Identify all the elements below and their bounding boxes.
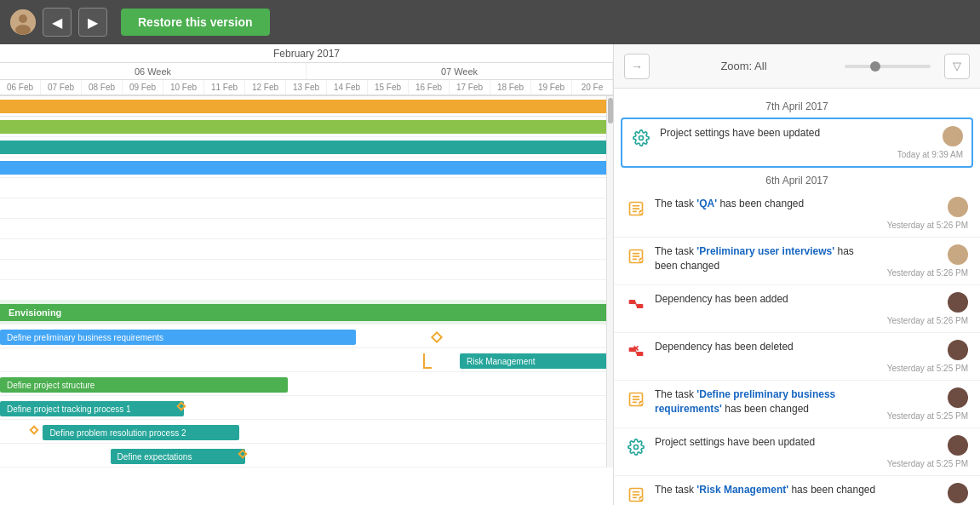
history-top-bar: → Zoom: All ▽: [614, 44, 980, 89]
gear-icon-1: [631, 128, 651, 148]
svg-line-21: [635, 350, 637, 354]
gantt-day-12: 17 Feb: [450, 80, 490, 95]
svg-point-1: [19, 14, 27, 23]
history-item-text-active: Project settings have been updated: [660, 126, 889, 141]
svg-point-5: [639, 136, 644, 141]
expectations-label: Define expectations: [117, 452, 192, 462]
project-struct-label: Define project structure: [7, 381, 95, 390]
gantt-scrollbar[interactable]: [606, 96, 613, 468]
history-avatar-8: [948, 483, 968, 503]
bar-yellow[interactable]: [0, 100, 613, 113]
gantt-row-empty-4: [0, 239, 613, 260]
history-time-7: Yesterday at 5:25 PM: [887, 459, 968, 468]
gantt-header: February 2017 06 Week 07 Week 06 Feb 07 …: [0, 44, 613, 96]
history-item-3[interactable]: Dependency has been added Yesterday at 5…: [614, 285, 980, 333]
problem-label: Define problem resolution process 2: [49, 428, 186, 438]
restore-button[interactable]: Restore this version: [121, 9, 270, 36]
svg-rect-16: [629, 300, 636, 304]
gantt-day-9: 14 Feb: [327, 80, 368, 95]
history-time-1: Today at 9:39 AM: [897, 150, 963, 159]
history-item-text-2: The task 'Preliminary user interviews' h…: [655, 244, 879, 273]
gantt-day-row: 06 Feb 07 Feb 08 Feb 09 Feb 10 Feb 11 Fe…: [0, 80, 613, 95]
next-button[interactable]: ▶: [78, 8, 107, 37]
gantt-row-green-light: [0, 117, 613, 137]
gantt-day-8: 13 Feb: [286, 80, 327, 95]
history-item-meta-5: Yesterday at 5:25 PM: [887, 387, 968, 421]
gantt-day-13: 18 Feb: [490, 80, 531, 95]
top-bar: ◀ ▶ Restore this version: [0, 0, 980, 44]
history-item-text-6: Project settings have been updated: [655, 435, 879, 450]
gantt-scrollbar-thumb[interactable]: [608, 98, 613, 123]
gantt-row-empty-2: [0, 198, 613, 219]
dep-icon-1: [626, 294, 646, 314]
gantt-row-risk: Risk Management: [0, 348, 613, 372]
history-item-2[interactable]: The task 'Preliminary user interviews' h…: [614, 238, 980, 285]
history-item-text-4: Dependency has been deleted: [655, 340, 879, 354]
svg-point-29: [634, 445, 639, 450]
connector-1: [431, 331, 443, 343]
history-avatar-2: [948, 197, 968, 217]
history-item-4[interactable]: Dependency has been deleted Yesterday at…: [614, 333, 980, 381]
history-item-active[interactable]: Project settings have been updated Today…: [621, 118, 973, 168]
history-item-5[interactable]: The task 'Define preliminary business re…: [614, 381, 980, 428]
date-section-6apr: 6th April 2017: [614, 169, 980, 190]
gantt-day-5: 10 Feb: [163, 80, 204, 95]
gantt-month-label: February 2017: [273, 48, 340, 60]
gantt-day-11: 16 Feb: [409, 80, 450, 95]
zoom-slider[interactable]: [845, 65, 931, 68]
history-item-6[interactable]: Project settings have been updated Yeste…: [614, 428, 980, 476]
history-avatar-6: [948, 387, 968, 408]
gantt-day-6: 11 Feb: [204, 80, 245, 95]
history-item-text-7: The task 'Risk Management' has been chan…: [655, 483, 879, 497]
gantt-day-1: 06 Feb: [0, 80, 41, 95]
task-icon-1: [626, 198, 646, 219]
bar-blue[interactable]: [0, 161, 613, 175]
svg-line-18: [635, 302, 637, 307]
gantt-row-yellow: [0, 96, 613, 117]
history-item-text-3: Dependency has been added: [655, 292, 879, 307]
bar-teal[interactable]: [0, 141, 613, 154]
gantt-row-envisioning: Envisioning: [0, 301, 613, 324]
task-icon-2: [626, 246, 646, 267]
history-avatar-4: [948, 292, 968, 313]
gantt-row-empty-5: [0, 260, 613, 280]
svg-rect-20: [637, 352, 644, 356]
history-item-text-5: The task 'Define preliminary business re…: [655, 387, 879, 416]
history-item-meta-4: Yesterday at 5:25 PM: [887, 340, 968, 373]
history-item-meta-active: Today at 9:39 AM: [897, 126, 963, 159]
zoom-slider-container: [838, 65, 937, 68]
zoom-slider-thumb[interactable]: [870, 61, 880, 72]
task-icon-7: [626, 485, 646, 505]
history-avatar-7: [948, 435, 968, 456]
gantt-row-problem: Define problem resolution process 2: [0, 420, 613, 444]
history-time-2: Yesterday at 5:26 PM: [887, 221, 968, 230]
bar-green-light[interactable]: [0, 120, 613, 134]
gantt-day-2: 07 Feb: [41, 80, 82, 95]
gantt-month-row: February 2017: [0, 44, 613, 63]
history-item-meta-1: Yesterday at 5:26 PM: [887, 197, 968, 230]
prev-button[interactable]: ◀: [43, 8, 72, 37]
main-content: February 2017 06 Week 07 Week 06 Feb 07 …: [0, 44, 980, 505]
gantt-row-empty-6: [0, 280, 613, 301]
history-time-6: Yesterday at 5:25 PM: [887, 411, 968, 421]
gantt-row-blue: [0, 158, 613, 178]
prelim-label: Define preliminary business requirements: [7, 333, 163, 342]
gantt-row-empty-3: [0, 219, 613, 239]
history-item-text-1: The task 'QA' has been changed: [655, 197, 879, 211]
gantt-day-10: 15 Feb: [368, 80, 409, 95]
history-panel: → Zoom: All ▽ 7th April 2017: [614, 44, 980, 505]
history-item-meta-2: Yesterday at 5:26 PM: [887, 244, 968, 278]
history-item-1[interactable]: The task 'QA' has been changed Yesterday…: [614, 190, 980, 238]
history-nav-button[interactable]: →: [624, 54, 650, 79]
gantt-day-3: 08 Feb: [82, 80, 123, 95]
gantt-row-empty-1: [0, 178, 613, 198]
history-item-7[interactable]: The task 'Risk Management' has been chan…: [614, 476, 980, 505]
gantt-week-row: 06 Week 07 Week: [0, 63, 613, 80]
history-body: 7th April 2017 Project settings have bee…: [614, 89, 980, 505]
history-item-meta-3: Yesterday at 5:26 PM: [887, 292, 968, 325]
gantt-row-project-struct: Define project structure: [0, 372, 613, 396]
dep-icon-2: [626, 341, 646, 362]
filter-button[interactable]: ▽: [944, 54, 970, 79]
gantt-row-expectations: Define expectations: [0, 444, 613, 468]
user-avatar: [10, 9, 36, 35]
